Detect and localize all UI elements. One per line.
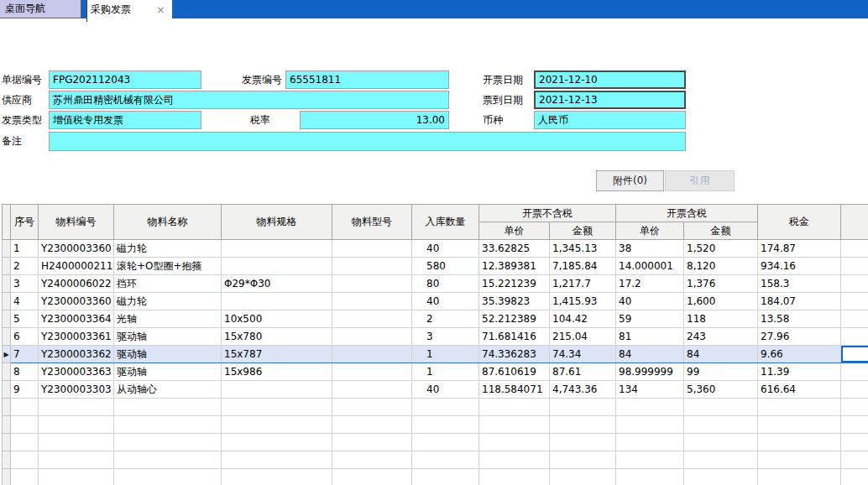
- cell-amount_inc[interactable]: [684, 399, 758, 416]
- cell-amount_ex[interactable]: [550, 469, 616, 485]
- cell-extra[interactable]: [841, 399, 868, 416]
- cell-spec[interactable]: [222, 381, 332, 399]
- cell-qty[interactable]: 40: [412, 381, 479, 399]
- cell-price_inc[interactable]: [616, 434, 684, 451]
- cell-amount_ex[interactable]: 4,743.36: [550, 381, 616, 399]
- cell-amount_inc[interactable]: 243: [684, 328, 758, 346]
- cell-tax[interactable]: [758, 416, 841, 434]
- row-indicator[interactable]: [3, 275, 11, 293]
- cell-price_inc[interactable]: 38: [616, 240, 684, 258]
- supplier-field[interactable]: 苏州鼎田精密机械有限公司: [49, 91, 449, 109]
- cell-model[interactable]: [332, 310, 412, 328]
- cell-extra[interactable]: [841, 258, 868, 275]
- cell-tax[interactable]: 174.87: [758, 240, 841, 258]
- invoice-type-field[interactable]: 增值税专用发票: [49, 111, 201, 129]
- cell-code[interactable]: Y2400006022: [39, 275, 114, 293]
- cell-name[interactable]: [114, 416, 222, 434]
- cell-amount_inc[interactable]: [684, 416, 758, 434]
- cell-tax[interactable]: [758, 399, 841, 416]
- cell-price_ex[interactable]: [479, 451, 550, 469]
- cell-price_inc[interactable]: 98.999999: [616, 363, 684, 381]
- cell-model[interactable]: [332, 469, 412, 485]
- cell-spec[interactable]: 10x500: [222, 310, 332, 328]
- cell-amount_inc[interactable]: [684, 469, 758, 485]
- cell-price_ex[interactable]: [479, 416, 550, 434]
- cell-price_ex[interactable]: [479, 469, 550, 485]
- cell-amount_inc[interactable]: 118: [684, 310, 758, 328]
- cell-spec[interactable]: [222, 434, 332, 451]
- cell-price_ex[interactable]: [479, 434, 550, 451]
- cell-code[interactable]: H2400000211: [39, 258, 114, 275]
- cell-spec[interactable]: Φ29*Φ30: [222, 275, 332, 293]
- cell-model[interactable]: [332, 434, 412, 451]
- cell-tax[interactable]: 934.16: [758, 258, 841, 275]
- cell-code[interactable]: Y2300003363: [39, 363, 114, 381]
- cell-amount_inc[interactable]: 5,360: [684, 381, 758, 399]
- cell-model[interactable]: [332, 363, 412, 381]
- cell-tax[interactable]: 184.07: [758, 293, 841, 310]
- cell-model[interactable]: [332, 346, 412, 363]
- cell-price_ex[interactable]: 87.610619: [479, 363, 550, 381]
- cell-price_inc[interactable]: [616, 451, 684, 469]
- cell-amount_inc[interactable]: 1,520: [684, 240, 758, 258]
- cell-qty[interactable]: 1: [412, 363, 479, 381]
- cell-tax[interactable]: 616.64: [758, 381, 841, 399]
- cell-spec[interactable]: [222, 469, 332, 485]
- cell-spec[interactable]: [222, 451, 332, 469]
- cell-amount_inc[interactable]: [684, 451, 758, 469]
- cell-price_inc[interactable]: 14.000001: [616, 258, 684, 275]
- cell-code[interactable]: [39, 416, 114, 434]
- cell-code[interactable]: [39, 469, 114, 485]
- cell-price_ex[interactable]: 52.212389: [479, 310, 550, 328]
- row-indicator[interactable]: [3, 434, 11, 451]
- cell-price_inc[interactable]: 40: [616, 293, 684, 310]
- cell-extra[interactable]: [841, 275, 868, 293]
- cell-price_inc[interactable]: 17.2: [616, 275, 684, 293]
- cell-price_ex[interactable]: [479, 399, 550, 416]
- cell-price_inc[interactable]: [616, 416, 684, 434]
- cell-spec[interactable]: [222, 416, 332, 434]
- cell-qty[interactable]: [412, 399, 479, 416]
- row-indicator[interactable]: [3, 416, 11, 434]
- cell-price_ex[interactable]: 33.62825: [479, 240, 550, 258]
- cell-amount_inc[interactable]: 1,600: [684, 293, 758, 310]
- cell-qty[interactable]: 580: [412, 258, 479, 275]
- cell-price_inc[interactable]: 81: [616, 328, 684, 346]
- cell-tax[interactable]: 11.39: [758, 363, 841, 381]
- cell-extra[interactable]: [841, 293, 868, 310]
- row-indicator[interactable]: [3, 310, 11, 328]
- cell-tax[interactable]: [758, 451, 841, 469]
- cell-spec[interactable]: [222, 240, 332, 258]
- cell-name[interactable]: 驱动轴: [114, 328, 222, 346]
- cell-name[interactable]: [114, 469, 222, 485]
- cell-amount_inc[interactable]: 99: [684, 363, 758, 381]
- cell-seq[interactable]: [11, 469, 39, 485]
- cell-spec[interactable]: [222, 399, 332, 416]
- cell-model[interactable]: [332, 328, 412, 346]
- cell-qty[interactable]: [412, 416, 479, 434]
- cell-name[interactable]: [114, 399, 222, 416]
- cell-code[interactable]: Y2300003361: [39, 328, 114, 346]
- cell-qty[interactable]: 40: [412, 293, 479, 310]
- cell-seq[interactable]: 6: [11, 328, 39, 346]
- cell-amount_inc[interactable]: 84: [684, 346, 758, 363]
- cell-name[interactable]: 磁力轮: [114, 293, 222, 310]
- cell-amount_ex[interactable]: 87.61: [550, 363, 616, 381]
- cell-amount_inc[interactable]: 1,376: [684, 275, 758, 293]
- cell-extra[interactable]: [841, 434, 868, 451]
- row-indicator[interactable]: [3, 293, 11, 310]
- cell-model[interactable]: [332, 240, 412, 258]
- cell-amount_ex[interactable]: [550, 434, 616, 451]
- cell-code[interactable]: Y2300003364: [39, 310, 114, 328]
- cell-price_ex[interactable]: 12.389381: [479, 258, 550, 275]
- selected-row-marker-icon[interactable]: ▶: [3, 346, 11, 363]
- arrival-date-field[interactable]: 2021-12-13: [534, 91, 686, 109]
- row-indicator[interactable]: [3, 363, 11, 381]
- close-icon[interactable]: ×: [156, 1, 165, 19]
- cell-model[interactable]: [332, 416, 412, 434]
- cell-name[interactable]: 从动轴心: [114, 381, 222, 399]
- cell-model[interactable]: [332, 399, 412, 416]
- cell-spec[interactable]: 15x780: [222, 328, 332, 346]
- cell-name[interactable]: 挡环: [114, 275, 222, 293]
- tab-purchase-invoice[interactable]: 采购发票 ×: [86, 0, 172, 22]
